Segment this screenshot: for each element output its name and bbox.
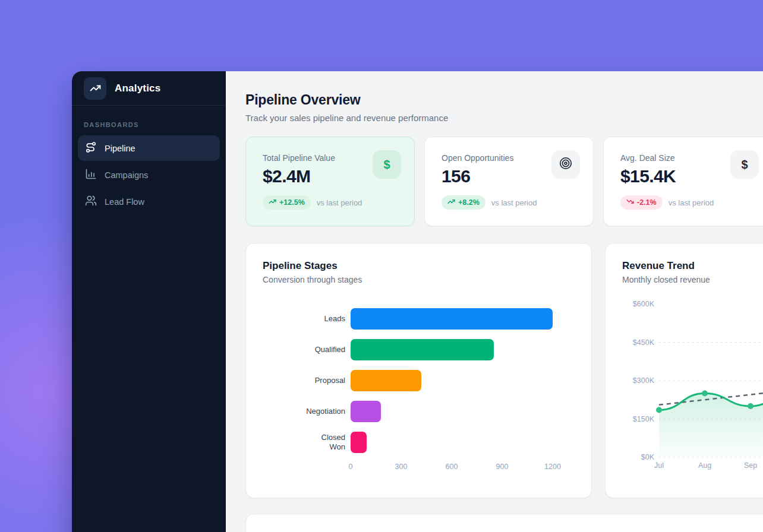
page-subtitle: Track your sales pipeline and revenue pe… (245, 113, 763, 123)
x-tick-label: Aug (698, 461, 711, 470)
delta-value: -2.1% (637, 198, 657, 207)
bottom-card-partial (245, 514, 763, 532)
charts-row: Pipeline Stages Conversion through stage… (245, 243, 763, 498)
revenue-trend-card: Revenue Trend Monthly closed revenue $60… (605, 243, 763, 498)
target-icon (559, 156, 573, 173)
delta-note: vs last period (669, 198, 714, 207)
users-icon (85, 195, 97, 208)
chart-column-icon (85, 168, 97, 182)
x-tick-label: Sep (744, 461, 757, 470)
x-axis-ticks: 03006009001200 (351, 463, 575, 473)
chart-title: Pipeline Stages (263, 260, 575, 272)
revenue-line-chart: $600K$450K$300K$150K$0KJulAugSep (622, 292, 763, 475)
sidebar: Analytics DASHBOARDS PipelineCampaignsLe… (72, 71, 226, 532)
data-point-dot (656, 407, 662, 413)
kpi-meta: -2.1%vs last period (620, 195, 758, 210)
bar-row: Leads (263, 308, 575, 330)
route-icon (85, 141, 97, 155)
bar-category-label: Closed Won (263, 433, 351, 451)
y-tick-label: $0K (641, 453, 655, 461)
data-point-dot (748, 403, 753, 409)
y-tick-label: $300K (633, 376, 655, 385)
sidebar-nav: PipelineCampaignsLead Flow (72, 134, 226, 216)
delta-value: +12.5% (279, 198, 305, 207)
brand-row: Analytics (72, 71, 226, 106)
delta-badge: +12.5% (263, 195, 311, 210)
kpi-card: Avg. Deal Size$15.4K-2.1%vs last period$ (603, 137, 763, 226)
revenue-svg: $600K$450K$300K$150K$0KJulAugSep (622, 292, 763, 473)
kpi-meta: +8.2%vs last period (442, 195, 579, 210)
x-tick-label: Jul (654, 461, 664, 470)
stage-bar-chart: LeadsQualifiedProposalNegotiationClosed … (263, 308, 575, 473)
sidebar-item-pipeline[interactable]: Pipeline (78, 135, 220, 161)
bar-leads (351, 308, 553, 330)
bar-row: Proposal (263, 370, 575, 391)
kpi-icon-tile (551, 150, 580, 179)
delta-note: vs last period (491, 198, 537, 207)
app-window: Analytics DASHBOARDS PipelineCampaignsLe… (72, 71, 763, 532)
kpi-card: Total Pipeline Value$2.4M+12.5%vs last p… (245, 137, 415, 226)
sidebar-item-lead-flow[interactable]: Lead Flow (78, 189, 220, 214)
sidebar-item-label: Campaigns (105, 170, 148, 180)
x-tick-label: 300 (395, 463, 408, 471)
chart-title: Revenue Trend (622, 260, 763, 272)
bar-track (351, 308, 575, 330)
bar-track (351, 432, 575, 453)
dollar-icon: $ (741, 158, 748, 172)
delta-badge: +8.2% (442, 195, 485, 210)
y-tick-label: $450K (633, 338, 655, 347)
x-tick-label: 600 (446, 463, 458, 471)
x-tick-label: 0 (349, 463, 353, 471)
bar-closed-won (351, 432, 367, 453)
y-tick-label: $150K (633, 415, 655, 423)
bar-row: Qualified (263, 339, 575, 360)
bar-negotiation (351, 401, 381, 422)
trending-up-logo-icon (84, 77, 106, 100)
brand-name: Analytics (115, 83, 160, 94)
kpi-row: Total Pipeline Value$2.4M+12.5%vs last p… (245, 137, 763, 226)
page-title: Pipeline Overview (245, 92, 763, 108)
chart-subtitle: Conversion through stages (263, 275, 575, 284)
desktop-background: { "app": { "brand": "Analytics", "nav_se… (0, 0, 763, 532)
main-content: Pipeline Overview Track your sales pipel… (226, 71, 763, 532)
sidebar-item-label: Pipeline (105, 144, 135, 153)
sidebar-item-campaigns[interactable]: Campaigns (78, 162, 220, 188)
bar-category-label: Qualified (263, 345, 351, 354)
x-tick-label: 900 (496, 463, 509, 471)
x-tick-label: 1200 (544, 463, 561, 471)
bar-track (351, 370, 575, 391)
bar-row: Closed Won (263, 432, 575, 453)
kpi-icon-tile: $ (373, 150, 401, 179)
bar-category-label: Leads (263, 314, 351, 324)
delta-note: vs last period (317, 198, 362, 207)
bar-category-label: Proposal (263, 376, 351, 385)
bar-proposal (351, 370, 421, 391)
sidebar-item-label: Lead Flow (105, 197, 144, 207)
bar-track (351, 401, 575, 422)
chart-subtitle: Monthly closed revenue (622, 275, 763, 284)
data-point-dot (702, 391, 708, 397)
bar-category-label: Negotiation (263, 407, 351, 416)
dollar-icon: $ (383, 158, 390, 172)
kpi-meta: +12.5%vs last period (263, 195, 400, 210)
bar-track (351, 339, 575, 360)
y-tick-label: $600K (633, 300, 655, 308)
pipeline-stages-card: Pipeline Stages Conversion through stage… (245, 243, 592, 498)
delta-value: +8.2% (458, 198, 480, 207)
trending-down-icon (626, 198, 634, 207)
trending-up-icon (269, 198, 276, 207)
delta-badge: -2.1% (620, 195, 663, 210)
nav-section-label: DASHBOARDS (84, 121, 214, 128)
bar-qualified (351, 339, 494, 360)
bar-row: Negotiation (263, 401, 575, 422)
kpi-card: Open Opportunities156+8.2%vs last period (424, 137, 594, 226)
trending-up-icon (447, 198, 455, 207)
kpi-icon-tile: $ (730, 150, 759, 179)
